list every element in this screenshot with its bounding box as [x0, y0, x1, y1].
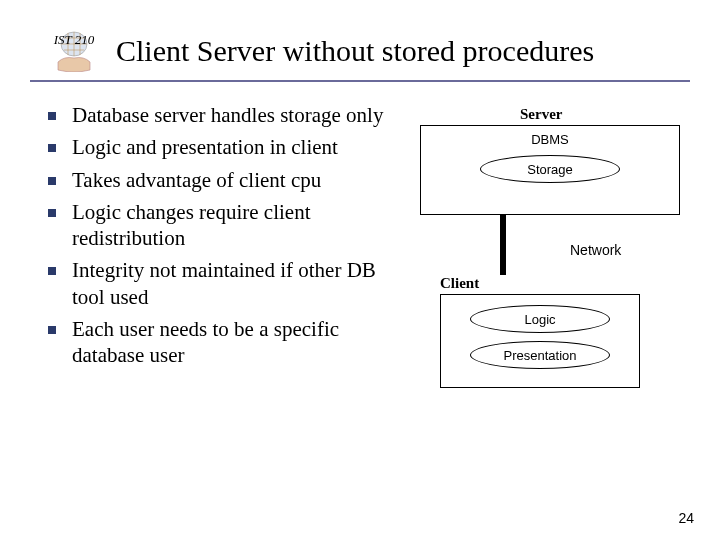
list-item: Logic changes require client redistribut…: [30, 199, 400, 252]
course-code: IST 210: [54, 32, 95, 48]
bullet-icon: [48, 209, 56, 217]
bullet-icon: [48, 267, 56, 275]
list-item: Database server handles storage only: [30, 102, 400, 128]
bullet-icon: [48, 177, 56, 185]
network-label: Network: [570, 242, 621, 258]
slide-title: Client Server without stored procedures: [116, 34, 594, 68]
server-box: DBMS Storage: [420, 125, 680, 215]
storage-ellipse: Storage: [480, 155, 620, 183]
bullet-text: Logic changes require client redistribut…: [72, 199, 400, 252]
list-item: Logic and presentation in client: [30, 134, 400, 160]
course-badge: IST 210: [50, 30, 98, 72]
list-item: Integrity not maintained if other DB too…: [30, 257, 400, 310]
server-label: Server: [520, 106, 690, 123]
bullet-icon: [48, 144, 56, 152]
bullet-icon: [48, 112, 56, 120]
bullet-text: Each user needs to be a specific databas…: [72, 316, 400, 369]
bullet-list: Database server handles storage only Log…: [30, 102, 420, 388]
page-number: 24: [678, 510, 694, 526]
bullet-text: Logic and presentation in client: [72, 134, 338, 160]
slide-header: IST 210 Client Server without stored pro…: [30, 0, 690, 82]
bullet-icon: [48, 326, 56, 334]
network-connector: [500, 215, 506, 275]
client-box: Logic Presentation: [440, 294, 640, 388]
bullet-text: Takes advantage of client cpu: [72, 167, 321, 193]
list-item: Each user needs to be a specific databas…: [30, 316, 400, 369]
architecture-diagram: Server DBMS Storage Network Client Logic…: [420, 102, 690, 388]
slide-content: Database server handles storage only Log…: [0, 82, 720, 388]
dbms-label: DBMS: [421, 132, 679, 147]
logic-ellipse: Logic: [470, 305, 610, 333]
bullet-text: Database server handles storage only: [72, 102, 383, 128]
bullet-text: Integrity not maintained if other DB too…: [72, 257, 400, 310]
presentation-ellipse: Presentation: [470, 341, 610, 369]
client-label: Client: [440, 275, 640, 292]
list-item: Takes advantage of client cpu: [30, 167, 400, 193]
